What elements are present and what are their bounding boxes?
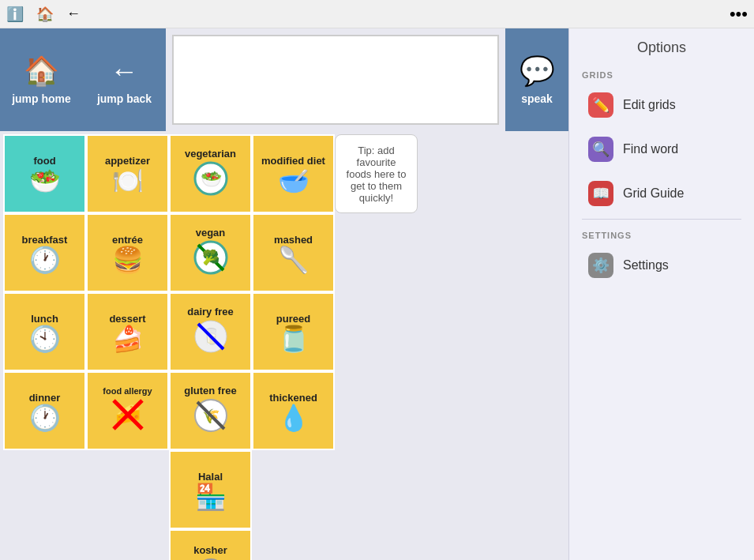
grid-cell-dinner[interactable]: dinner 🕐 <box>3 371 86 450</box>
text-input[interactable] <box>180 100 491 117</box>
svg-text:🥗: 🥗 <box>200 168 222 190</box>
edit-grids-icon: ✏️ <box>588 92 613 118</box>
edit-grids-item[interactable]: ✏️ Edit grids <box>576 85 748 126</box>
edit-grids-label: Edit grids <box>623 98 676 112</box>
right-panel-title: Options <box>569 28 754 62</box>
cell-icon-dessert: 🍰 <box>112 326 144 351</box>
grid-guide-item[interactable]: 📖 Grid Guide <box>576 173 748 214</box>
cell-icon-food-allergy: 🧀 <box>111 397 145 436</box>
cell-label-lunch: lunch <box>31 313 58 325</box>
cell-icon-appetizer: 🍽️ <box>112 168 144 194</box>
cell-icon-entree: 🍔 <box>112 247 144 272</box>
grid-cell-entree[interactable]: entrée 🍔 <box>86 213 169 292</box>
grid-cell-lunch[interactable]: lunch 🕙 <box>3 292 86 371</box>
grid-area: food 🥗 appetizer 🍽️ vegetarian 🥗 <box>0 131 568 560</box>
grid-cell-kosher[interactable]: kosher ✡️ <box>169 529 252 560</box>
cell-icon-gluten-free: 🌾 <box>193 398 228 437</box>
grid-guide-icon: 📖 <box>588 181 613 206</box>
speak-button[interactable]: 💬 speak <box>505 28 568 131</box>
settings-section-label: SETTINGS <box>569 223 754 243</box>
cell-label-modified-diet: modified diet <box>261 155 325 167</box>
jump-home-icon: 🏠 <box>24 54 59 88</box>
text-display-area <box>172 35 499 125</box>
cell-label-thickened: thickened <box>269 392 317 404</box>
settings-item[interactable]: ⚙️ Settings <box>576 245 748 286</box>
jump-home-label: jump home <box>12 92 71 105</box>
find-word-icon: 🔍 <box>588 137 613 162</box>
speak-icon: 💬 <box>520 54 555 88</box>
cell-icon-halal: 🏪 <box>195 484 227 509</box>
cell-label-pureed: pureed <box>276 313 310 325</box>
back-icon-topbar[interactable]: ← <box>66 6 81 22</box>
cell-label-food-allergy: food allergy <box>103 386 152 396</box>
find-word-item[interactable]: 🔍 Find word <box>576 129 748 170</box>
jump-back-label: jump back <box>97 92 152 105</box>
find-word-label: Find word <box>623 142 678 156</box>
grid-cell-appetizer[interactable]: appetizer 🍽️ <box>86 134 169 213</box>
cell-label-dessert: dessert <box>109 313 145 325</box>
grid-cell-dairy-free[interactable]: dairy free 🥛 <box>169 292 252 371</box>
grid-cell-mashed[interactable]: mashed 🥄 <box>252 213 335 292</box>
svg-text:🥦: 🥦 <box>202 249 220 266</box>
cell-icon-dinner: 🕐 <box>29 405 61 430</box>
more-icon[interactable]: ••• <box>730 4 748 24</box>
cell-icon-lunch: 🕙 <box>29 326 61 351</box>
settings-label: Settings <box>623 258 669 272</box>
jump-back-icon: ← <box>111 54 139 88</box>
cell-label-dinner: dinner <box>29 392 61 404</box>
cell-icon-thickened: 💧 <box>278 405 309 430</box>
grid-row-5: Halal 🏪 <box>169 450 565 529</box>
jump-back-button[interactable]: ← jump back <box>83 28 166 131</box>
cell-label-vegetarian: vegetarian <box>185 148 236 160</box>
cell-label-mashed: mashed <box>274 234 313 246</box>
cell-label-entree: entrée <box>112 234 143 246</box>
grid-row-6: kosher ✡️ <box>169 529 565 560</box>
cell-label-food: food <box>33 155 55 167</box>
info-icon[interactable]: ℹ️ <box>6 6 24 23</box>
cell-icon-vegetarian: 🥗 <box>193 161 228 200</box>
grid-cell-breakfast[interactable]: breakfast 🕐 <box>3 213 86 292</box>
grid-cell-modified-diet[interactable]: modified diet 🥣 <box>252 134 335 213</box>
grid-cell-thickened[interactable]: thickened 💧 <box>252 371 335 450</box>
right-panel: Options GRIDS ✏️ Edit grids 🔍 Find word … <box>568 28 754 560</box>
cell-icon-food: 🥗 <box>29 168 61 194</box>
tip-bubble: Tip: add favourite foods here to get to … <box>335 134 418 213</box>
grid-cell-dessert[interactable]: dessert 🍰 <box>86 292 169 371</box>
grid-cell-gluten-free[interactable]: gluten free 🌾 <box>169 371 252 450</box>
grid-row-4: dinner 🕐 food allergy 🧀 gluten free <box>3 371 565 450</box>
cell-label-gluten-free: gluten free <box>184 385 236 397</box>
grid-cell-vegan[interactable]: vegan 🥦 <box>169 213 252 292</box>
top-bar: ℹ️ 🏠 ← ••• <box>0 0 754 28</box>
grid-cell-pureed[interactable]: pureed 🫙 <box>252 292 335 371</box>
cell-label-dairy-free: dairy free <box>187 306 234 318</box>
grid-cell-food-allergy[interactable]: food allergy 🧀 <box>86 371 169 450</box>
cell-icon-pureed: 🫙 <box>278 326 309 351</box>
jump-home-button[interactable]: 🏠 jump home <box>0 28 83 131</box>
panel-divider <box>582 219 741 220</box>
grid-row-2: breakfast 🕐 entrée 🍔 vegan 🥦 <box>3 213 565 292</box>
grid-cell-vegetarian[interactable]: vegetarian 🥗 <box>169 134 252 213</box>
grid-row-3: lunch 🕙 dessert 🍰 dairy free 🥛 <box>3 292 565 371</box>
grid-cell-food[interactable]: food 🥗 <box>3 134 86 213</box>
cell-icon-breakfast: 🕐 <box>29 247 61 272</box>
grid-row-1: food 🥗 appetizer 🍽️ vegetarian 🥗 <box>3 134 565 213</box>
grid-cell-halal[interactable]: Halal 🏪 <box>169 450 252 529</box>
home-icon-topbar[interactable]: 🏠 <box>36 6 54 23</box>
left-content: 🏠 jump home ← jump back 💬 speak food 🥗 <box>0 28 568 560</box>
grids-section-label: GRIDS <box>569 62 754 83</box>
speak-label: speak <box>521 92 553 105</box>
cell-label-breakfast: breakfast <box>22 234 68 246</box>
cell-label-appetizer: appetizer <box>105 155 150 167</box>
cell-label-kosher: kosher <box>193 544 227 556</box>
action-bar: 🏠 jump home ← jump back 💬 speak <box>0 28 568 131</box>
cell-icon-dairy-free: 🥛 <box>193 319 228 358</box>
grid-guide-label: Grid Guide <box>623 186 684 201</box>
cell-label-vegan: vegan <box>196 227 226 239</box>
cell-icon-mashed: 🥄 <box>278 247 309 272</box>
cell-icon-vegan: 🥦 <box>193 240 228 279</box>
tip-text: Tip: add favourite foods here to get to … <box>343 145 409 204</box>
settings-icon: ⚙️ <box>588 253 613 278</box>
cell-icon-modified-diet: 🥣 <box>278 168 309 194</box>
cell-label-halal: Halal <box>198 471 223 483</box>
main-area: 🏠 jump home ← jump back 💬 speak food 🥗 <box>0 28 754 560</box>
